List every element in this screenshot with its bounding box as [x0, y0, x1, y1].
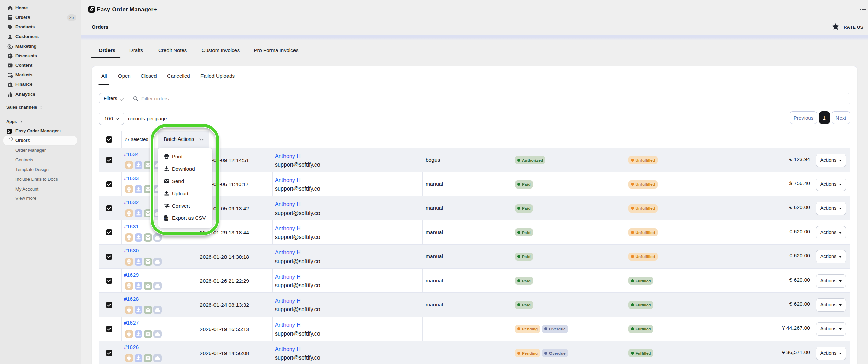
svg-text:$: $ [11, 75, 12, 77]
